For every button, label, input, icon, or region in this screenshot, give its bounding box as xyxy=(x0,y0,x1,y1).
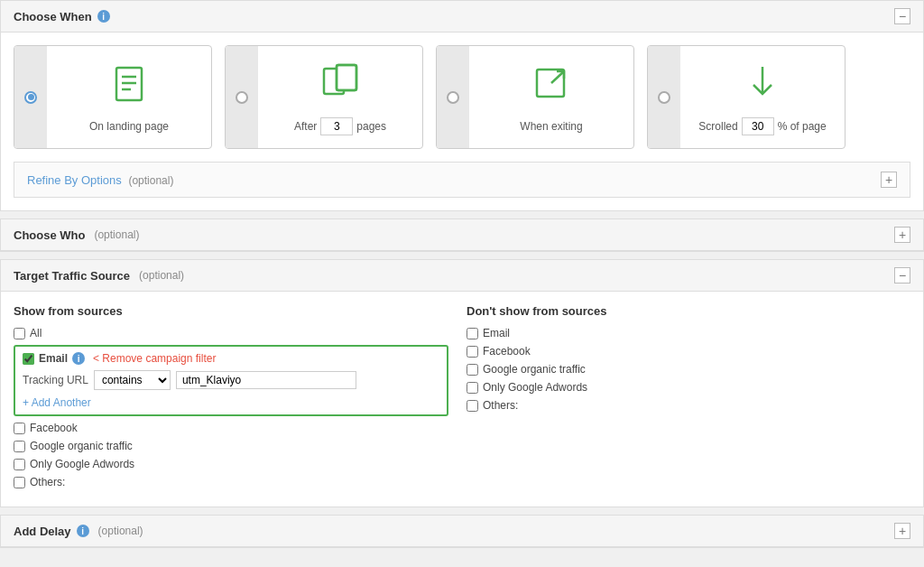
trigger-after-pages-body: After pages xyxy=(258,51,422,144)
trigger-on-landing-radio[interactable] xyxy=(24,91,37,104)
trigger-scrolled-body: Scrolled % of page xyxy=(680,51,845,144)
email-checkbox[interactable] xyxy=(23,353,34,365)
dont-show-facebook-checkbox[interactable] xyxy=(467,346,478,358)
show-others-checkbox[interactable] xyxy=(14,477,25,488)
show-facebook-label: Facebook xyxy=(30,422,78,434)
dont-show-google-organic-row: Google organic traffic xyxy=(467,363,901,376)
trigger-scrolled-input[interactable] xyxy=(742,117,774,135)
dont-show-email-row: Email xyxy=(467,327,901,339)
exit-icon xyxy=(530,62,573,111)
show-google-organic-label: Google organic traffic xyxy=(30,440,133,452)
svg-line-8 xyxy=(551,71,564,83)
choose-when-info-icon[interactable]: i xyxy=(97,10,110,23)
dont-show-facebook-row: Facebook xyxy=(467,345,901,358)
show-facebook-checkbox[interactable] xyxy=(14,423,25,434)
document-icon xyxy=(107,62,151,111)
show-google-organic-checkbox[interactable] xyxy=(14,441,25,452)
target-traffic-optional: (optional) xyxy=(139,269,184,282)
tracking-operator-select[interactable]: contains equals starts with ends with xyxy=(94,370,171,390)
trigger-when-exiting-body: When exiting xyxy=(469,53,633,142)
email-label: Email xyxy=(39,352,68,365)
add-delay-expand-button[interactable]: + xyxy=(894,523,910,539)
trigger-scrolled-left xyxy=(648,46,680,148)
add-delay-header-left: Add Delay i (optional) xyxy=(14,525,143,538)
show-google-adwords-checkbox[interactable] xyxy=(14,459,25,470)
trigger-scrolled[interactable]: Scrolled % of page xyxy=(647,45,845,149)
trigger-on-landing-label: On landing page xyxy=(89,120,169,133)
show-sources-title: Show from sources xyxy=(14,304,448,318)
trigger-after-pages-radio[interactable] xyxy=(236,91,248,104)
show-google-organic-row: Google organic traffic xyxy=(14,440,448,452)
dont-show-google-organic-label: Google organic traffic xyxy=(483,363,586,376)
choose-who-section: Choose Who (optional) + xyxy=(0,218,924,252)
email-info-icon[interactable]: i xyxy=(72,352,85,365)
add-delay-info-icon[interactable]: i xyxy=(77,525,89,537)
target-traffic-title: Target Traffic Source xyxy=(14,269,130,283)
refine-expand-button[interactable]: + xyxy=(881,172,897,188)
dont-show-google-organic-checkbox[interactable] xyxy=(467,364,478,376)
dont-show-others-row: Others: xyxy=(467,399,901,412)
choose-who-header-left: Choose Who (optional) xyxy=(14,228,139,242)
add-delay-header[interactable]: Add Delay i (optional) + xyxy=(1,516,923,547)
trigger-after-pages-input[interactable] xyxy=(320,117,353,135)
scroll-icon xyxy=(741,60,784,108)
show-google-adwords-label: Only Google Adwords xyxy=(30,458,134,470)
svg-rect-5 xyxy=(337,65,356,90)
show-facebook-row: Facebook xyxy=(14,422,448,434)
choose-when-header[interactable]: Choose When i − xyxy=(1,1,923,33)
trigger-after-suffix: pages xyxy=(356,120,386,133)
choose-when-section: Choose When i − xyxy=(0,0,924,211)
refine-by-options-left: Refine By Options (optional) xyxy=(27,173,173,187)
refine-by-options-link[interactable]: Refine By Options xyxy=(27,173,122,187)
choose-who-expand-button[interactable]: + xyxy=(894,227,910,243)
dont-show-google-adwords-row: Only Google Adwords xyxy=(467,381,901,394)
add-delay-section: Add Delay i (optional) + xyxy=(0,515,924,548)
email-highlighted-block: Email i < Remove campaign filter Trackin… xyxy=(14,345,448,416)
target-traffic-header[interactable]: Target Traffic Source (optional) − xyxy=(1,260,923,292)
tracking-url-label: Tracking URL xyxy=(23,374,88,386)
choose-when-collapse-button[interactable]: − xyxy=(894,8,910,24)
add-delay-title: Add Delay xyxy=(14,525,71,538)
choose-when-header-left: Choose When i xyxy=(14,10,110,23)
choose-who-optional: (optional) xyxy=(94,228,139,241)
dont-show-others-checkbox[interactable] xyxy=(467,400,478,412)
dont-show-sources-title: Don't show from sources xyxy=(467,304,901,318)
show-all-label: All xyxy=(30,327,42,339)
dont-show-facebook-label: Facebook xyxy=(483,345,531,358)
trigger-after-pages[interactable]: After pages xyxy=(225,45,423,149)
add-another-link[interactable]: + Add Another xyxy=(23,396,91,409)
trigger-when-exiting-radio[interactable] xyxy=(447,91,459,104)
dont-show-sources-col: Don't show from sources Email Facebook G… xyxy=(457,304,910,494)
trigger-on-landing[interactable]: On landing page xyxy=(14,45,212,149)
show-all-checkbox[interactable] xyxy=(14,328,25,339)
choose-when-title: Choose When xyxy=(14,10,92,23)
target-traffic-collapse-button[interactable]: − xyxy=(894,267,910,284)
trigger-after-pages-left xyxy=(226,46,258,148)
dont-show-email-checkbox[interactable] xyxy=(467,328,478,339)
choose-when-body: On landing page xyxy=(1,33,923,210)
remove-campaign-filter-link[interactable]: < Remove campaign filter xyxy=(93,352,216,365)
tracking-value-input[interactable] xyxy=(176,371,356,389)
choose-who-header[interactable]: Choose Who (optional) + xyxy=(1,219,923,251)
trigger-when-exiting[interactable]: When exiting xyxy=(436,45,634,149)
target-traffic-header-left: Target Traffic Source (optional) xyxy=(14,269,184,283)
show-google-adwords-row: Only Google Adwords xyxy=(14,458,448,470)
target-traffic-section: Target Traffic Source (optional) − Show … xyxy=(0,259,924,507)
email-header-row: Email i < Remove campaign filter xyxy=(23,352,439,365)
add-delay-optional: (optional) xyxy=(98,525,143,537)
trigger-after-pages-label-row: After pages xyxy=(294,117,386,135)
show-sources-col: Show from sources All Email i < Remove c… xyxy=(14,304,457,494)
dont-show-google-adwords-checkbox[interactable] xyxy=(467,382,478,394)
trigger-when-exiting-left xyxy=(437,46,469,148)
trigger-when-exiting-label: When exiting xyxy=(520,120,582,133)
trigger-on-landing-body: On landing page xyxy=(47,53,211,142)
trigger-scrolled-radio[interactable] xyxy=(658,91,670,104)
dont-show-others-label: Others: xyxy=(483,399,518,412)
choose-who-title: Choose Who xyxy=(14,228,85,242)
target-traffic-body: Show from sources All Email i < Remove c… xyxy=(1,292,923,507)
show-others-label: Others: xyxy=(30,476,65,488)
trigger-after-prefix: After xyxy=(294,120,317,133)
traffic-columns: Show from sources All Email i < Remove c… xyxy=(14,304,910,494)
show-others-row: Others: xyxy=(14,476,448,488)
trigger-scrolled-suffix: % of page xyxy=(778,120,827,133)
